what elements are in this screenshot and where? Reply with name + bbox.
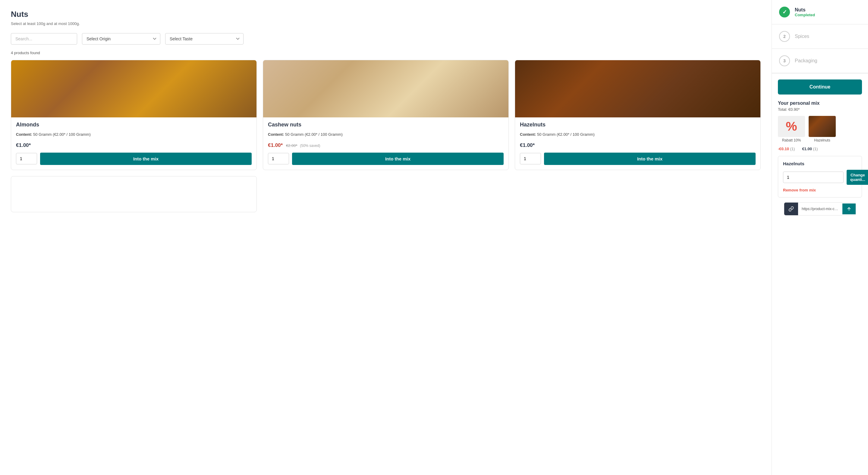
cashews-into-mix-button[interactable]: Into the mix — [292, 152, 504, 165]
product-card-almonds: Almonds Content: 50 Gramm (€2.00* / 100 … — [11, 60, 257, 170]
remove-from-mix-link[interactable]: Remove from mix — [783, 188, 857, 192]
link-icon — [788, 206, 794, 212]
sidebar-steps: ✓ Nuts Completed 2 Spices 3 — [772, 0, 868, 73]
discount-count: (1) — [790, 146, 795, 151]
mix-product-detail: Hazelnuts Change quanti... Remove from m… — [778, 156, 862, 198]
mix-prices: -€0.10 (1) €1.00 (1) — [778, 146, 862, 151]
hazelnuts-qty-input[interactable] — [520, 153, 541, 164]
step-name-packaging: Packaging — [795, 58, 817, 64]
filters-row: Select Origin Europe Asia America Select… — [11, 33, 761, 44]
sidebar: ✓ Nuts Completed 2 Spices 3 — [772, 0, 868, 475]
change-qty-button[interactable]: Change quanti... — [846, 170, 868, 185]
share-url-text: https://product-mix-configurator.c — [798, 204, 842, 214]
products-grid: Almonds Content: 50 Gramm (€2.00* / 100 … — [11, 60, 761, 212]
product-content-cashews: Content: 50 Gramm (€2.00* / 100 Gramm) — [268, 132, 504, 138]
almonds-into-mix-button[interactable]: Into the mix — [40, 152, 252, 165]
app-layout: Nuts Select at least 100g and at most 10… — [0, 0, 868, 475]
product-image-hazelnuts — [515, 60, 761, 117]
hazelnuts-thumb — [809, 116, 836, 137]
step-label-wrapper-packaging: Packaging — [795, 58, 817, 64]
product-card-hazelnuts: Hazelnuts Content: 50 Gramm (€2.00* / 10… — [515, 60, 761, 170]
product-price-cashews: €1.00* €2.00* (50% saved) — [268, 142, 504, 148]
sidebar-step-nuts[interactable]: ✓ Nuts Completed — [772, 0, 868, 24]
checkmark-icon: ✓ — [782, 9, 787, 15]
product-price-almonds: €1.00* — [16, 142, 252, 148]
mix-title: Your personal mix — [778, 101, 862, 106]
mix-item-discount: % Rabatt 10% — [778, 116, 805, 142]
step-circle-packaging: 3 — [779, 56, 790, 66]
discount-symbol-icon: % — [786, 120, 797, 133]
page-title: Nuts — [11, 10, 761, 19]
product-body-almonds: Almonds Content: 50 Gramm (€2.00* / 100 … — [11, 117, 256, 148]
product-actions-almonds: Into the mix — [11, 152, 256, 165]
mix-price-discount: -€0.10 (1) — [778, 146, 795, 151]
mix-items-row: % Rabatt 10% Hazelnuts — [778, 116, 862, 142]
product-price-hazelnuts: €1.00* — [520, 142, 755, 148]
product-actions-cashews: Into the mix — [263, 152, 508, 165]
hazelnuts-count: (1) — [813, 146, 818, 151]
step-circle-spices: 2 — [779, 31, 790, 42]
cashews-original-price: €2.00* — [286, 143, 298, 148]
product-name-almonds: Almonds — [16, 122, 252, 128]
product-actions-hazelnuts: Into the mix — [515, 152, 761, 165]
step-number-packaging: 3 — [783, 58, 786, 63]
page-subtitle: Select at least 100g and at most 1000g. — [11, 21, 761, 26]
step-circle-nuts: ✓ — [779, 7, 790, 18]
product-image-almonds — [11, 60, 256, 117]
products-count: 4 products found — [11, 50, 761, 55]
cashews-saved-label: (50% saved) — [300, 144, 320, 148]
step-name-nuts: Nuts — [795, 7, 815, 13]
mix-section: Your personal mix Total: €0.90* % Rabatt… — [772, 95, 868, 215]
product-content-hazelnuts: Content: 50 Gramm (€2.00* / 100 Gramm) — [520, 132, 755, 138]
taste-select[interactable]: Select Taste Sweet Salty Roasted — [165, 33, 244, 44]
mix-product-detail-name: Hazelnuts — [783, 161, 857, 166]
product-card-placeholder — [11, 176, 257, 212]
product-name-cashews: Cashew nuts — [268, 122, 504, 128]
mix-price-hazelnuts: €1.00 (1) — [802, 146, 818, 151]
step-label-wrapper-nuts: Nuts Completed — [795, 7, 815, 17]
cashews-qty-input[interactable] — [268, 153, 289, 164]
mix-item-hazelnuts-thumb-wrapper: Hazelnuts — [809, 116, 836, 142]
discount-thumb: % — [778, 116, 805, 137]
product-image-cashews — [263, 60, 508, 117]
share-up-button[interactable] — [842, 203, 856, 214]
share-icon-wrap — [784, 203, 798, 215]
main-content: Nuts Select at least 100g and at most 10… — [0, 0, 772, 475]
product-body-cashews: Cashew nuts Content: 50 Gramm (€2.00* / … — [263, 117, 508, 148]
product-body-hazelnuts: Hazelnuts Content: 50 Gramm (€2.00* / 10… — [515, 117, 761, 148]
upload-icon — [846, 206, 851, 211]
continue-button[interactable]: Continue — [778, 79, 862, 95]
share-bar: https://product-mix-configurator.c — [784, 202, 856, 215]
almonds-qty-input[interactable] — [16, 153, 37, 164]
product-card-cashews: Cashew nuts Content: 50 Gramm (€2.00* / … — [263, 60, 509, 170]
step-status-nuts: Completed — [795, 13, 815, 17]
discount-label: Rabatt 10% — [778, 138, 805, 142]
product-content-almonds: Content: 50 Gramm (€2.00* / 100 Gramm) — [16, 132, 252, 138]
mix-product-detail-actions: Change quanti... — [783, 170, 857, 185]
step-label-wrapper-spices: Spices — [795, 34, 809, 39]
hazelnuts-into-mix-button[interactable]: Into the mix — [544, 152, 755, 165]
sidebar-step-spices[interactable]: 2 Spices — [772, 24, 868, 49]
search-input[interactable] — [11, 33, 77, 44]
sidebar-step-packaging[interactable]: 3 Packaging — [772, 49, 868, 73]
mix-total: Total: €0.90* — [778, 107, 862, 112]
step-number-spices: 2 — [783, 34, 786, 39]
mix-qty-input[interactable] — [783, 172, 844, 183]
product-name-hazelnuts: Hazelnuts — [520, 122, 755, 128]
hazelnuts-thumb-label: Hazelnuts — [809, 138, 836, 142]
origin-select[interactable]: Select Origin Europe Asia America — [82, 33, 160, 44]
step-name-spices: Spices — [795, 34, 809, 39]
